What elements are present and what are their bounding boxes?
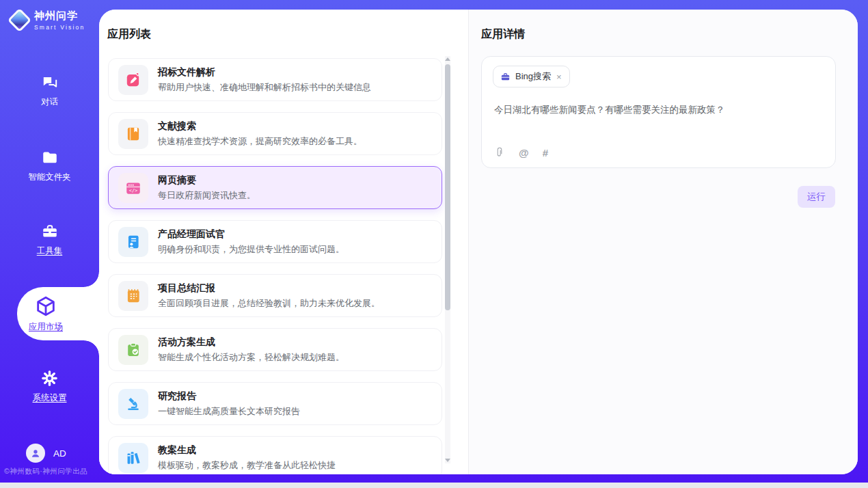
app-detail-panel: 应用详情 Bing搜索 × 今日湖北有哪些新闻要点？有哪些需要关注的最新政策？ … — [468, 10, 858, 474]
sidebar-item-label: 系统设置 — [33, 392, 67, 404]
app-card-webpage-summary[interactable]: </> 网页摘要 每日政府新闻资讯快查。 — [108, 166, 442, 209]
run-button[interactable]: 运行 — [798, 186, 835, 208]
browser-code-icon: </> — [124, 179, 142, 197]
microscope-icon — [124, 395, 142, 413]
folder-icon — [41, 149, 59, 167]
app-list-scrollbar[interactable] — [445, 56, 450, 463]
cube-icon — [34, 295, 57, 318]
app-icon-tile — [118, 65, 148, 95]
app-card-desc: 每日政府新闻资讯快查。 — [158, 189, 256, 202]
hash-icon[interactable]: # — [543, 147, 548, 159]
app-card-title: 项目总结汇报 — [158, 282, 380, 295]
close-icon[interactable]: × — [556, 72, 562, 81]
app-detail-title: 应用详情 — [481, 27, 525, 42]
app-card-title: 教案生成 — [158, 444, 336, 457]
app-icon-tile — [118, 389, 148, 419]
app-list-title: 应用列表 — [107, 27, 151, 42]
app-card-desc: 全面回顾项目进展，总结经验教训，助力未来优化发展。 — [158, 297, 380, 310]
app-list-panel: 应用列表 招标文件解析 帮助用户快速、准确地理解和解析招标书中的关键信息 — [99, 10, 468, 474]
app-icon-tile — [118, 281, 148, 311]
sidebar-item-settings[interactable]: 系统设置 — [0, 369, 99, 404]
app-card-event-plan[interactable]: 活动方案生成 智能生成个性化活动方案，轻松解决规划难题。 — [108, 328, 442, 371]
app-icon-tile — [118, 119, 148, 149]
app-card-bid-analysis[interactable]: 招标文件解析 帮助用户快速、准确地理解和解析招标书中的关键信息 — [108, 58, 442, 101]
sidebar-item-label: 应用市场 — [29, 321, 63, 333]
scroll-down-arrow-icon[interactable] — [445, 459, 450, 462]
app-card-desc: 模板驱动，教案秒成，教学准备从此轻松快捷 — [158, 459, 336, 472]
app-card-desc: 快速精准查找学术资源，提高研究效率的必备工具。 — [158, 135, 362, 148]
copyright-text: ©神州数码·神州问学出品 — [4, 467, 99, 476]
app-card-literature-search[interactable]: 文献搜索 快速精准查找学术资源，提高研究效率的必备工具。 — [108, 112, 442, 155]
pen-square-icon — [124, 71, 142, 89]
main-content: 应用列表 招标文件解析 帮助用户快速、准确地理解和解析招标书中的关键信息 — [99, 10, 858, 474]
books-icon — [124, 449, 142, 467]
app-card-lesson-plan[interactable]: 教案生成 模板驱动，教案秒成，教学准备从此轻松快捷 — [108, 436, 442, 474]
app-card-title: 研究报告 — [158, 390, 300, 403]
brand-tagline: Smart Vision — [34, 24, 85, 31]
sidebar-item-label: 对话 — [41, 96, 58, 108]
notepad-icon — [124, 287, 142, 305]
scrollbar-thumb[interactable] — [445, 64, 450, 310]
sidebar-item-toolset[interactable]: 工具集 — [0, 223, 99, 257]
at-icon[interactable]: @ — [519, 147, 529, 159]
interview-doc-icon — [124, 233, 142, 251]
app-card-title: 文献搜索 — [158, 120, 362, 133]
sidebar-item-label: 智能文件夹 — [28, 172, 71, 183]
app-icon-tile — [118, 443, 148, 473]
scroll-up-arrow-icon[interactable] — [445, 57, 450, 61]
app-card-desc: 明确身份和职责，为您提供专业性的面试问题。 — [158, 243, 344, 256]
composer-toolbar: @ # — [494, 146, 548, 159]
gear-icon — [40, 369, 59, 388]
app-icon-tile — [118, 335, 148, 365]
app-card-desc: 帮助用户快速、准确地理解和解析招标书中的关键信息 — [158, 81, 371, 94]
app-card-title: 活动方案生成 — [158, 336, 344, 349]
app-card-research-report[interactable]: 研究报告 一键智能生成高质量长文本研究报告 — [108, 382, 442, 425]
toolbox-icon — [41, 223, 59, 241]
svg-text:</>: </> — [129, 188, 138, 193]
diamond-logo-icon — [8, 8, 31, 32]
sidebar-item-label: 工具集 — [37, 245, 63, 257]
briefcase-icon — [500, 72, 511, 82]
user-avatar-icon — [26, 444, 45, 463]
app-card-title: 招标文件解析 — [158, 66, 371, 79]
query-input[interactable]: 今日湖北有哪些新闻要点？有哪些需要关注的最新政策？ — [494, 104, 822, 116]
sidebar-item-app-market[interactable]: 应用市场 — [17, 287, 99, 340]
app-card-project-summary[interactable]: 项目总结汇报 全面回顾项目进展，总结经验教训，助力未来优化发展。 — [108, 274, 442, 317]
app-card-title: 网页摘要 — [158, 174, 256, 187]
app-card-pm-interviewer[interactable]: 产品经理面试官 明确身份和职责，为您提供专业性的面试问题。 — [108, 220, 442, 263]
user-account[interactable]: AD — [26, 444, 66, 463]
chat-icon — [41, 74, 59, 92]
app-icon-tile: </> — [118, 173, 148, 203]
book-icon — [124, 125, 142, 143]
tool-tag-label: Bing搜索 — [515, 70, 551, 83]
sidebar-item-chat[interactable]: 对话 — [0, 74, 99, 108]
app-card-desc: 一键智能生成高质量长文本研究报告 — [158, 405, 300, 418]
tool-tag-bing-search[interactable]: Bing搜索 × — [493, 66, 570, 87]
app-card-list: 招标文件解析 帮助用户快速、准确地理解和解析招标书中的关键信息 文献搜索 快速精… — [108, 58, 442, 474]
app-card-title: 产品经理面试官 — [158, 228, 344, 241]
brand-name: 神州问学 — [34, 10, 85, 23]
brand-logo: 神州问学 Smart Vision — [11, 10, 85, 31]
app-card-desc: 智能生成个性化活动方案，轻松解决规划难题。 — [158, 351, 344, 364]
user-name: AD — [53, 448, 66, 459]
clipboard-check-icon — [124, 341, 142, 359]
sidebar-item-smart-folders[interactable]: 智能文件夹 — [0, 149, 99, 183]
paperclip-icon[interactable] — [494, 146, 505, 159]
prompt-card[interactable]: Bing搜索 × 今日湖北有哪些新闻要点？有哪些需要关注的最新政策？ @ # — [481, 56, 836, 168]
app-icon-tile — [118, 227, 148, 257]
app-window: 神州问学 Smart Vision 对话 智能文件夹 工具集 — [0, 0, 868, 488]
sidebar: 神州问学 Smart Vision 对话 智能文件夹 工具集 — [0, 0, 99, 483]
